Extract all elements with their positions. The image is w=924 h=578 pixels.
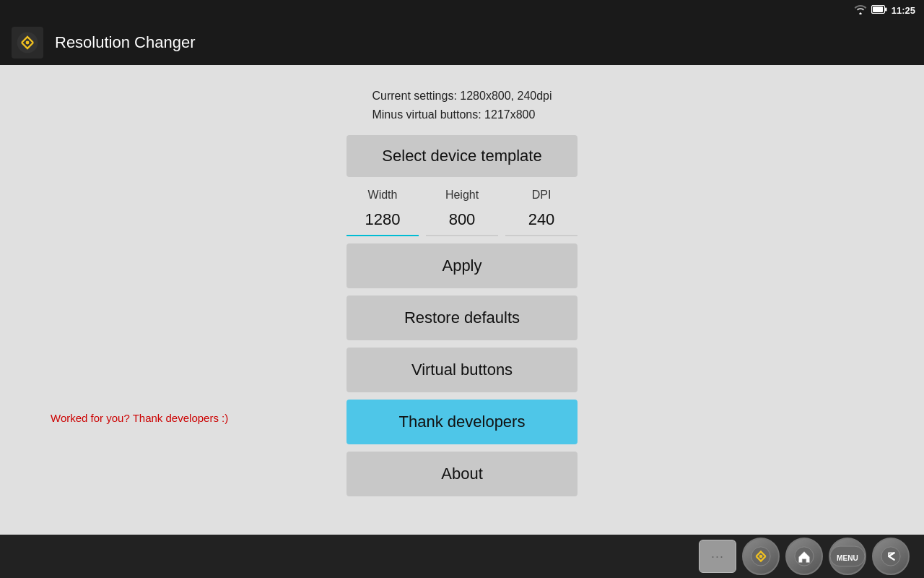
app-title: Resolution Changer: [55, 33, 195, 52]
battery-icon: [871, 5, 887, 16]
svg-rect-2: [885, 7, 887, 11]
width-group: Width: [346, 189, 419, 236]
apply-button[interactable]: Apply: [346, 243, 578, 288]
dots-nav-button[interactable]: ···: [699, 540, 736, 573]
wifi-icon: [854, 4, 867, 17]
height-group: Height: [426, 189, 498, 236]
expand-nav-button[interactable]: [742, 538, 780, 575]
height-input[interactable]: [426, 204, 498, 236]
height-label: Height: [445, 189, 479, 202]
status-bar: 11:25: [0, 0, 924, 20]
select-device-template-button[interactable]: Select device template: [346, 135, 578, 177]
current-settings-text: Current settings: 1280x800, 240dpi: [372, 87, 552, 105]
side-note: Worked for you? Thank developers :): [51, 412, 228, 424]
dpi-label: DPI: [532, 189, 552, 202]
svg-point-6: [759, 555, 763, 558]
action-bar: Resolution Changer: [0, 20, 924, 65]
restore-defaults-button[interactable]: Restore defaults: [346, 296, 578, 340]
info-text: Current settings: 1280x800, 240dpi Minus…: [372, 87, 552, 124]
svg-text:MENU: MENU: [837, 554, 858, 562]
main-content: Current settings: 1280x800, 240dpi Minus…: [0, 65, 924, 535]
back-nav-button[interactable]: [872, 538, 910, 575]
dpi-input[interactable]: [505, 204, 578, 236]
input-row: Width Height DPI: [346, 189, 578, 236]
dpi-group: DPI: [505, 189, 578, 236]
clock: 11:25: [892, 5, 915, 16]
dots-icon: ···: [711, 549, 724, 564]
virtual-buttons-button[interactable]: Virtual buttons: [346, 348, 578, 392]
status-icons: 11:25: [854, 4, 915, 17]
nav-bar: ··· MENU: [0, 535, 924, 578]
thank-developers-button[interactable]: Thank developers: [346, 400, 578, 444]
app-icon: [12, 27, 43, 59]
menu-nav-button[interactable]: MENU: [829, 538, 866, 575]
about-button[interactable]: About: [346, 452, 578, 496]
svg-point-4: [26, 41, 30, 45]
width-input[interactable]: [346, 204, 419, 236]
svg-point-10: [881, 547, 900, 566]
minus-virtual-buttons-text: Minus virtual buttons: 1217x800: [372, 105, 552, 124]
svg-rect-1: [873, 7, 883, 12]
home-nav-button[interactable]: [785, 538, 823, 575]
width-label: Width: [368, 189, 398, 202]
